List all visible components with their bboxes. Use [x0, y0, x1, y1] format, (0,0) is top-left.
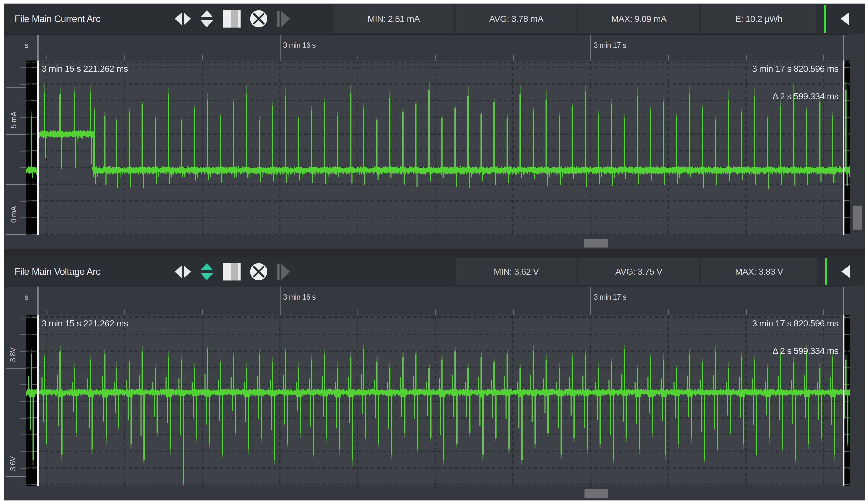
left-cursor-timestamp: 3 min 15 s 221.262 ms	[42, 318, 128, 329]
y-axis-tick	[20, 117, 26, 118]
time-tick-minor	[823, 310, 824, 316]
time-tick-minor	[124, 55, 125, 61]
time-tick-minor	[746, 310, 747, 316]
channel-active-indicator	[824, 5, 826, 33]
voltage-time-axis[interactable]: s 3 min 16 s 3 min 17 s	[4, 286, 865, 316]
time-tick-label: 3 min 17 s	[594, 41, 626, 50]
channel-active-indicator	[825, 258, 827, 285]
time-tick-minor	[46, 55, 47, 61]
current-hscrollbar-track[interactable]	[4, 235, 865, 249]
time-tick-minor	[202, 55, 203, 61]
current-panel-title: File Main Current Arc	[14, 3, 100, 34]
right-cursor-axis-segment[interactable]	[843, 34, 844, 61]
time-tick-minor	[435, 310, 436, 316]
y-axis-tick	[20, 334, 26, 335]
left-cursor-axis-segment[interactable]	[37, 34, 39, 61]
stat-avg-current: AVG: 3.78 mA	[456, 5, 577, 33]
cursor-delta: Δ 2 s 599.334 ms	[773, 91, 838, 101]
time-tick-minor	[202, 310, 203, 316]
time-tick-major	[590, 286, 591, 316]
voltage-waveform-plot[interactable]	[26, 315, 850, 486]
up-arrow-icon	[200, 10, 213, 17]
time-tick-label: 3 min 17 s	[594, 293, 626, 302]
close-circle-icon[interactable]	[250, 10, 267, 27]
left-cursor-axis-segment[interactable]	[37, 286, 39, 316]
time-tick-minor	[358, 55, 358, 61]
voltage-panel-title: File Main Voltage Arc	[14, 257, 100, 286]
columns-icon-center	[231, 263, 238, 281]
step-bar-icon	[277, 11, 280, 27]
time-tick-minor	[746, 55, 747, 61]
collapse-panel-icon[interactable]	[841, 265, 850, 278]
cursor-delta: Δ 2 s 599.334 ms	[773, 346, 838, 356]
fit-vertical-icon-active[interactable]	[200, 263, 213, 280]
y-axis-major-line	[6, 234, 26, 235]
current-right-scrollbar-track[interactable]	[850, 34, 865, 249]
fit-vertical-icon[interactable]	[200, 10, 213, 27]
panel-divider	[4, 249, 865, 257]
y-axis-tick	[20, 101, 26, 101]
voltage-hscrollbar-track[interactable]	[4, 486, 865, 501]
y-axis-label-38v: 3.8V	[9, 347, 17, 362]
stat-max-current: MAX: 9.09 mA	[578, 5, 699, 33]
down-arrow-icon	[200, 273, 213, 280]
time-tick-minor	[124, 310, 125, 316]
down-arrow-icon	[200, 20, 213, 27]
time-tick-minor	[513, 310, 514, 316]
fit-horizontal-icon[interactable]	[175, 265, 191, 278]
voltage-y-axis-gutter[interactable]: 3.8V 3.6V	[4, 315, 26, 486]
time-tick-major	[280, 34, 281, 61]
right-cursor-axis-segment[interactable]	[843, 286, 844, 316]
up-arrow-icon	[200, 263, 213, 270]
y-axis-major-line	[6, 184, 26, 185]
y-axis-tick	[20, 485, 26, 485]
right-cursor-timestamp: 3 min 17 s 820.596 ms	[752, 318, 838, 329]
voltage-panel-titlebar: File Main Voltage Arc MIN: 3.62 V AVG: 3…	[4, 257, 865, 286]
y-axis-tick	[20, 434, 26, 435]
time-tick-minor	[668, 55, 669, 61]
step-forward-icon[interactable]	[277, 264, 290, 280]
columns-icon-center	[231, 10, 238, 28]
y-axis-tick	[20, 67, 26, 68]
current-y-axis-gutter[interactable]: 5 mA 0 mA	[4, 61, 26, 235]
left-arrow-icon	[175, 265, 182, 278]
y-axis-major-line	[6, 134, 26, 135]
time-tick-major	[280, 286, 281, 316]
time-tick-minor	[668, 310, 669, 316]
fit-horizontal-icon[interactable]	[175, 12, 191, 25]
collapse-panel-icon[interactable]	[840, 12, 849, 25]
time-tick-minor	[435, 55, 436, 61]
y-axis-tick	[20, 468, 26, 469]
play-triangle-icon	[281, 11, 290, 27]
horizontal-scrollbar-thumb[interactable]	[585, 489, 608, 498]
time-tick-minor	[358, 310, 358, 316]
stat-max-voltage: MAX: 3.83 V	[701, 258, 817, 285]
time-tick-minor	[513, 55, 514, 61]
y-axis-tick	[20, 418, 26, 419]
voltage-right-scrollbar-track[interactable]	[850, 286, 865, 501]
right-cursor-timestamp: 3 min 17 s 820.596 ms	[752, 64, 838, 74]
voltage-panel-toolbar	[175, 257, 290, 286]
stat-min-current: MIN: 2.51 mA	[333, 5, 454, 33]
current-panel-titlebar: File Main Current Arc MIN: 2.51 mA AVG: …	[4, 3, 865, 34]
y-axis-tick	[20, 317, 26, 319]
play-triangle-icon	[281, 264, 290, 280]
right-arrow-icon	[184, 12, 191, 25]
time-tick-label-partial: s	[24, 293, 28, 302]
time-tick-major	[590, 34, 591, 61]
columns-icon[interactable]	[223, 10, 240, 28]
step-forward-icon[interactable]	[277, 11, 290, 27]
horizontal-scrollbar-thumb[interactable]	[584, 239, 608, 248]
current-time-axis[interactable]: s 3 min 16 s 3 min 17 s	[4, 34, 865, 61]
y-axis-tick	[20, 168, 26, 168]
close-circle-icon[interactable]	[250, 263, 267, 280]
y-axis-tick	[20, 401, 26, 402]
power-profiler-app: File Main Current Arc MIN: 2.51 mA AVG: …	[4, 3, 865, 501]
columns-icon[interactable]	[223, 263, 240, 281]
current-waveform-plot[interactable]	[26, 61, 850, 235]
vertical-scrollbar-thumb[interactable]	[852, 205, 862, 230]
left-arrow-icon	[175, 12, 182, 25]
y-axis-tick	[20, 384, 26, 385]
y-axis-tick	[20, 451, 26, 452]
stat-energy: E: 10.2 µWh	[701, 5, 817, 33]
